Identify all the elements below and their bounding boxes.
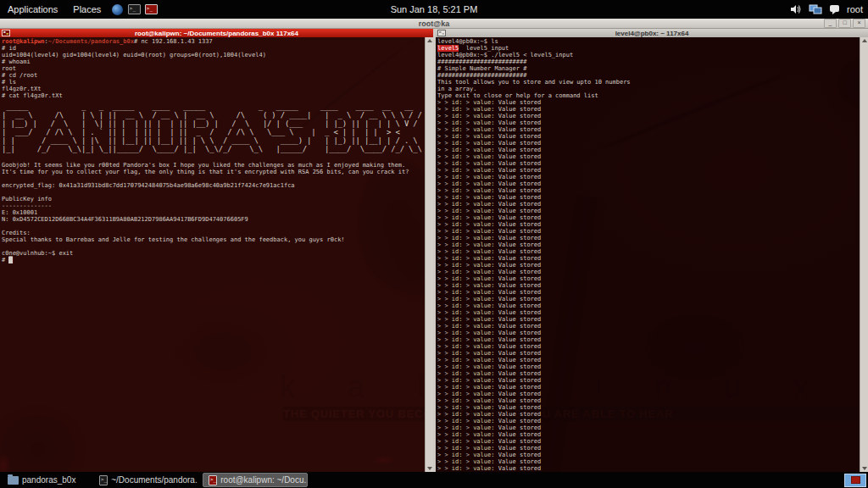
close-button[interactable]: × — [853, 19, 865, 28]
terminal-line: > > id: > value: Value stored — [437, 330, 860, 336]
scroll-down-arrow-icon[interactable] — [427, 467, 432, 470]
terminal-line: > > id: > value: Value stored — [437, 106, 860, 113]
terminal-pane-right: level4@pb0x: ~ 117x64 level4@pb0x:~$ lsl… — [436, 29, 868, 472]
terminal-line: > > id: > value: Value stored — [437, 391, 860, 397]
maximize-button[interactable]: □ — [838, 19, 851, 28]
pane-titlebar-left[interactable]: root@kalipwn: ~/Documents/pandoras_b0x 1… — [0, 29, 433, 37]
terminal-line: > > id: > value: Value stored — [437, 160, 860, 167]
taskbar-item-label: root@kalipwn: ~/Docu... — [220, 475, 308, 485]
scroll-up-arrow-icon[interactable] — [862, 39, 867, 42]
window-titlebar[interactable]: root@ka _ □ × — [0, 19, 868, 29]
terminal-line: > > id: > value: Value stored — [437, 228, 860, 235]
terminal-line: > > id: > value: Value stored — [437, 445, 860, 452]
applications-menu[interactable]: Applications — [0, 0, 65, 19]
taskbar-item-label: ~/Documents/pandora... — [111, 475, 198, 485]
terminal-line: > > id: > value: Value stored — [437, 343, 860, 350]
network-icon[interactable] — [809, 4, 822, 14]
terminal-line: > > id: > value: Value stored — [437, 201, 860, 208]
terminal-line: > > id: > value: Value stored — [437, 309, 860, 316]
browser-launcher[interactable] — [108, 0, 125, 19]
terminal-line: > > id: > value: Value stored — [437, 248, 860, 255]
pane-title-left: root@kalipwn: ~/Documents/pandoras_b0x 1… — [0, 30, 433, 37]
terminal-line: Goobjob! It seems like you r00ted Pandor… — [2, 162, 426, 169]
terminal-line: ######################### — [437, 58, 860, 65]
red-terminal-launcher[interactable]: >_ — [142, 0, 159, 19]
terminal-line: > > id: > value: Value stored — [437, 147, 860, 153]
scrollbar-right-terminal[interactable] — [860, 37, 868, 472]
scroll-up-arrow-icon[interactable] — [427, 39, 432, 42]
scrollbar-left-terminal[interactable] — [425, 37, 433, 472]
terminal-line: It's time for you to collect your flag, … — [2, 169, 426, 175]
terminal-line: -------------- — [2, 202, 426, 209]
terminal-line: > > id: > value: Value stored — [437, 187, 860, 194]
terminal-line: > > id: > value: Value stored — [437, 465, 860, 472]
taskbar-item-pandoras-b0x[interactable]: pandoras_b0x — [3, 474, 89, 486]
terminal-line: > > id: > value: Value stored — [437, 140, 860, 147]
terminal-line — [2, 175, 426, 182]
terminal-line: > > id: > value: Value stored — [437, 126, 860, 133]
terminal-line: > > id: > value: Value stored — [437, 404, 860, 411]
terminal-line: > > id: > value: Value stored — [437, 180, 860, 187]
terminal-line: > > id: > value: Value stored — [437, 194, 860, 201]
terminal-line: > > id: > value: Value stored — [437, 153, 860, 160]
scroll-down-arrow-icon[interactable] — [862, 467, 867, 470]
taskbar-item-documents-terminal[interactable]: >_ ~/Documents/pandora... — [94, 474, 198, 486]
terminal-line: > > id: > value: Value stored — [437, 418, 860, 424]
terminal-right-body[interactable]: level4@pb0x:~$ lslevel5 level5_inputleve… — [436, 37, 860, 472]
terminal-line: # Simple Number Manager # — [437, 65, 860, 72]
desktop: k a l i l i n u x . THE QUIETER YOU BECO… — [0, 0, 868, 488]
terminal-line: level5 level5_input — [437, 45, 860, 52]
session-user-label[interactable]: root — [847, 4, 863, 14]
terminal-line — [2, 243, 426, 250]
workspace-switcher[interactable] — [844, 474, 866, 487]
pane-splitter[interactable] — [433, 29, 436, 472]
pane-titlebar-right[interactable]: level4@pb0x: ~ 117x64 — [436, 29, 868, 37]
terminal-line: level4@pb0x:~$ ls — [437, 38, 860, 45]
terminal-line: > > id: > value: Value stored — [437, 99, 860, 106]
terminal-line: > > id: > value: Value stored — [437, 282, 860, 289]
terminal-line: > > id: > value: Value stored — [437, 336, 860, 343]
terminal-line: uid=1004(level4) gid=1004(level4) euid=0… — [2, 52, 426, 58]
terminal-line — [2, 155, 426, 162]
terminal-line: > > id: > value: Value stored — [437, 302, 860, 309]
terminal-line: > > id: > value: Value stored — [437, 452, 860, 458]
terminal-line: ######################### — [437, 72, 860, 79]
terminal-line: > > id: > value: Value stored — [437, 174, 860, 180]
places-menu[interactable]: Places — [65, 0, 108, 19]
terminal-line: > > id: > value: Value stored — [437, 214, 860, 221]
terminal-line: > > id: > value: Value stored — [437, 113, 860, 119]
terminal-line: > > id: > value: Value stored — [437, 255, 860, 262]
taskbar: pandoras_b0x >_ ~/Documents/pandora... >… — [0, 472, 868, 488]
terminal-line: > > id: > value: Value stored — [437, 235, 860, 241]
terminal-line: root — [2, 65, 426, 72]
volume-icon[interactable] — [790, 4, 802, 14]
terminal-line: level4@pb0x:~$ ./level5 < level5_input — [437, 52, 860, 58]
terminal-line: > > id: > value: Value stored — [437, 167, 860, 174]
terminal-line: > > id: > value: Value stored — [437, 275, 860, 282]
terminal-line: Credits: — [2, 230, 426, 236]
terminal-left-body[interactable]: root@kalipwn:~/Documents/pandoras_b0x# n… — [0, 37, 426, 472]
workspace-window-thumb — [851, 476, 860, 484]
terminal-line: > > id: > value: Value stored — [437, 350, 860, 357]
chat-icon[interactable] — [829, 4, 840, 14]
terminal-line: # id — [2, 45, 426, 52]
terminal-line — [2, 189, 426, 196]
terminal-line: > > id: > value: Value stored — [437, 377, 860, 384]
terminal-pane-left: root@kalipwn: ~/Documents/pandoras_b0x 1… — [0, 29, 433, 472]
terminal-line: N: 0xD4572CED12D668BC34A4F36311B9A80AB21… — [2, 216, 426, 223]
terminal-line: > > id: > value: Value stored — [437, 208, 860, 214]
terminal-line: fl4gz0r.tXt — [2, 86, 426, 92]
terminal-line: > > id: > value: Value stored — [437, 424, 860, 431]
terminal-line: Type exit to close or help for a command… — [437, 92, 860, 99]
pane-grid-icon — [437, 30, 446, 36]
terminal-line: # ls — [2, 79, 426, 86]
minimize-button[interactable]: _ — [824, 19, 837, 28]
taskbar-item-root-kalipwn[interactable]: >_ root@kalipwn: ~/Docu... — [203, 473, 308, 487]
terminal-line: > > id: > value: Value stored — [437, 221, 860, 228]
terminal-line: > > id: > value: Value stored — [437, 458, 860, 465]
terminal-launcher[interactable]: >_ — [125, 0, 142, 19]
terminal-line: E: 0x10001 — [2, 209, 426, 216]
gnome-top-panel: Applications Places >_ >_ Sun Jan 18, 5:… — [0, 0, 868, 19]
terminal-line: > > id: > value: Value stored — [437, 269, 860, 275]
terminal-line: # cd /root — [2, 72, 426, 79]
